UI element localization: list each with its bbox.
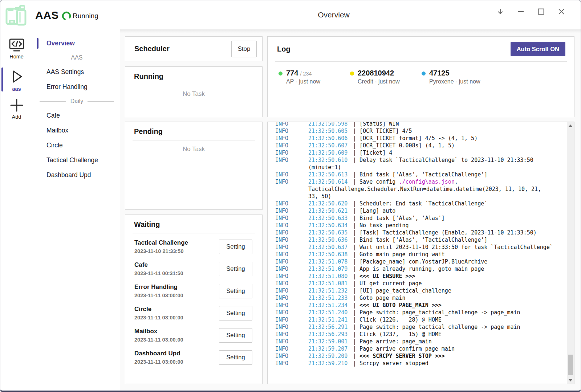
log-line: INFO21:32:51.240| Page switch: page_tact… xyxy=(275,309,566,316)
close-button[interactable] xyxy=(557,7,566,16)
window-controls xyxy=(496,7,566,16)
log-stat-ap: 774/ 234AP - just now xyxy=(279,69,350,85)
nav-item-label: Mailbox xyxy=(46,127,68,134)
task-next-run: 2023-11-10 21:33:50 xyxy=(134,248,219,254)
log-line: INFO21:32:51.081| UI get current page xyxy=(275,280,566,287)
nav-item-label: Overview xyxy=(46,40,75,47)
log-line: INFO21:32:59.207| Page arrive confirm pa… xyxy=(275,345,566,352)
task-name: Error Handling xyxy=(134,283,219,291)
task-setting-button[interactable]: Setting xyxy=(219,350,252,365)
log-line: INFO21:32:50.613| Bind task ['Alas', 'Ta… xyxy=(275,171,566,178)
stat-value: 47125 xyxy=(429,69,450,77)
task-setting-button[interactable]: Setting xyxy=(219,240,252,254)
rail-item-aas[interactable]: aas xyxy=(0,69,33,92)
log-stat-credit: 220810942Credit - just now xyxy=(350,69,422,85)
log-line: INFO21:32:51.079| App is already running… xyxy=(275,265,566,273)
task-next-run: 2023-11-11 03:00:00 xyxy=(134,315,219,320)
nav-section-label: Daily xyxy=(70,98,84,105)
log-line: INFO21:32:51.080| <<< UI ENSURE >>> xyxy=(275,273,566,280)
nav-item-label: Dashboard Upd xyxy=(46,171,91,179)
hide-window-button[interactable] xyxy=(496,7,505,16)
task-name: Cafe xyxy=(134,261,219,269)
app-name: AAS xyxy=(35,9,59,21)
scheduler-status: Running xyxy=(61,11,98,21)
nav-item-overview[interactable]: Overview xyxy=(33,36,120,51)
auto-scroll-toggle-button[interactable]: Auto Scroll ON xyxy=(511,42,565,56)
task-setting-button[interactable]: Setting xyxy=(219,284,252,298)
stat-label: Credit - just now xyxy=(358,78,400,85)
nav-item-aas-settings[interactable]: AAS Settings xyxy=(33,65,120,79)
nav-item-mailbox[interactable]: Mailbox xyxy=(33,123,120,138)
log-line: INFO21:32:50.635| [Task] TacticalChallen… xyxy=(275,229,566,236)
log-line: INFO21:32:50.638| Goto main page during … xyxy=(275,251,566,258)
waiting-task-row: Mailbox2023-11-11 03:00:00Setting xyxy=(125,324,262,346)
nav-item-label: Tactical Challenge xyxy=(46,156,98,164)
stat-dot-icon xyxy=(279,72,283,75)
scrollbar-down-arrow[interactable] xyxy=(567,376,574,384)
log-line: 33, 50) xyxy=(275,193,566,200)
panel-divider xyxy=(133,140,255,140)
nav-section-divider: AAS xyxy=(33,51,120,65)
stat-suffix: / 234 xyxy=(300,71,312,77)
task-setting-button[interactable]: Setting xyxy=(219,328,252,343)
app-logo-icon xyxy=(4,3,28,28)
nav-item-dashboard-upd[interactable]: Dashboard Upd xyxy=(33,168,120,183)
log-line: TacticalChallenge.Scheduler.NextRun=date… xyxy=(275,185,566,193)
nav-section-divider: Daily xyxy=(33,94,120,108)
task-next-run: 2023-11-11 00:31:50 xyxy=(134,270,219,276)
log-line: INFO21:32:51.234| <<< UI GOTO PAGE_MAIN … xyxy=(275,302,566,309)
task-name: Dashboard Upd xyxy=(134,350,219,357)
nav-item-cafe[interactable]: Cafe xyxy=(33,108,120,123)
sidebar-nav: OverviewAASAAS SettingsError HandlingDai… xyxy=(33,29,120,391)
task-setting-button[interactable]: Setting xyxy=(219,262,252,276)
stat-value: 774 xyxy=(286,69,298,77)
scrollbar-thumb[interactable] xyxy=(568,355,573,375)
running-title: Running xyxy=(134,72,163,80)
stat-label: AP - just now xyxy=(286,78,320,85)
running-panel: Running No Task xyxy=(125,66,263,117)
log-line: INFO21:32:50.634| No task pending xyxy=(275,222,566,229)
maximize-button[interactable] xyxy=(536,7,546,16)
rail-item-label: Add xyxy=(12,114,21,120)
panel-divider xyxy=(133,85,255,85)
log-line: INFO21:32:50.605| [OCR_TICKET] 4/5 xyxy=(275,127,566,135)
waiting-task-row: Tactical Challenge2023-11-10 21:33:50Set… xyxy=(125,236,262,258)
pending-title: Pending xyxy=(134,127,163,135)
stat-value: 220810942 xyxy=(358,69,394,77)
nav-list: OverviewAASAAS SettingsError HandlingDai… xyxy=(33,36,120,183)
stat-label: Pyroxene - just now xyxy=(429,78,480,85)
minimize-button[interactable] xyxy=(516,7,525,16)
nav-item-label: Circle xyxy=(46,142,63,149)
nav-item-circle[interactable]: Circle xyxy=(33,138,120,153)
scrollbar-up-arrow[interactable] xyxy=(567,122,574,129)
waiting-title: Waiting xyxy=(134,220,160,228)
nav-item-label: Error Handling xyxy=(46,83,88,91)
log-line: INFO21:32:50.633| Bind task ['Alas', 'Al… xyxy=(275,215,566,222)
nav-item-error-handling[interactable]: Error Handling xyxy=(33,79,120,94)
task-name: Mailbox xyxy=(134,328,219,335)
log-line: INFO21:32:56.291| Page switch: page_tact… xyxy=(275,323,566,331)
log-scrollbar[interactable] xyxy=(567,122,574,384)
rail-item-add[interactable]: Add xyxy=(0,98,33,120)
waiting-task-row: Dashboard Upd2023-11-11 03:00:00Setting xyxy=(125,346,262,368)
icon-rail: Home aas Add xyxy=(0,29,33,391)
rail-item-label: Home xyxy=(9,54,24,60)
nav-item-tactical-challenge[interactable]: Tactical Challenge xyxy=(33,153,120,168)
rail-item-home[interactable]: Home xyxy=(0,38,33,60)
log-line: INFO21:32:50.621| [Lang] auto xyxy=(275,207,566,215)
waiting-task-row: Error Handling2023-11-11 03:00:00Setting xyxy=(125,280,262,302)
scheduler-panel: Scheduler Stop xyxy=(125,36,263,61)
log-scroll-area[interactable]: INFO21:32:50.598| [Status] WININFO21:32:… xyxy=(268,122,566,384)
log-stats: 774/ 234AP - just now220810942Credit - j… xyxy=(268,62,574,85)
log-line: INFO21:32:51.078| [Package_name] com.Yos… xyxy=(275,258,566,265)
task-setting-button[interactable]: Setting xyxy=(219,306,252,320)
status-label: Running xyxy=(73,12,98,20)
waiting-panel: Waiting Tactical Challenge2023-11-10 21:… xyxy=(125,215,263,384)
scheduler-stop-button[interactable]: Stop xyxy=(231,41,257,57)
main-content: Scheduler Stop Running No Task Pending N… xyxy=(120,29,581,391)
log-header-panel: Log Auto Scroll ON 774/ 234AP - just now… xyxy=(267,36,574,117)
pending-panel: Pending No Task xyxy=(125,122,263,210)
waiting-task-row: Circle2023-11-11 03:00:00Setting xyxy=(125,302,262,324)
nav-item-label: AAS Settings xyxy=(46,68,84,76)
play-icon xyxy=(9,69,24,84)
